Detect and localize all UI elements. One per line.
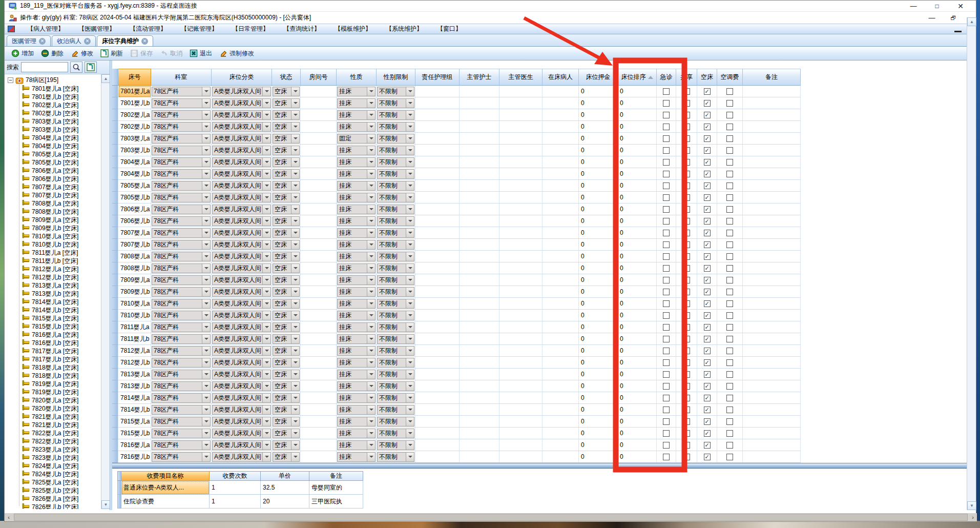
- empty_bed-checkbox-checked[interactable]: ✓: [704, 265, 711, 272]
- tree-item-bed[interactable]: 7820婴儿a [空床]: [5, 396, 110, 404]
- nature-dropdown[interactable]: 挂床: [337, 393, 376, 403]
- empty_bed-checkbox-checked[interactable]: ✓: [704, 395, 711, 401]
- dropdown-button[interactable]: [406, 240, 414, 249]
- dept-dropdown[interactable]: 78区产科: [152, 252, 211, 261]
- dropdown-button[interactable]: [406, 181, 414, 190]
- empty_bed-checkbox-checked[interactable]: ✓: [704, 112, 711, 118]
- bed-cell[interactable]: 7805婴儿b: [118, 192, 151, 204]
- bed-cell[interactable]: 7815婴儿b: [118, 428, 151, 439]
- column-header-shared[interactable]: 共享: [676, 69, 697, 86]
- empty_bed-checkbox-checked[interactable]: ✓: [704, 88, 711, 95]
- emergency-checkbox[interactable]: [663, 124, 670, 130]
- dropdown-button[interactable]: [367, 358, 375, 367]
- dept-dropdown[interactable]: 78区产科: [152, 405, 211, 415]
- 强制修改-button[interactable]: 强制修改: [216, 48, 258, 59]
- status-dropdown[interactable]: 空床: [273, 228, 300, 238]
- dropdown-button[interactable]: [262, 394, 270, 402]
- bed-cell[interactable]: 7802婴儿a: [118, 109, 151, 121]
- menu-item-3[interactable]: 【记账管理】: [174, 25, 225, 33]
- tree-scrollbar[interactable]: ▲ ▼: [101, 74, 110, 509]
- tree-item-bed[interactable]: 7815婴儿a [空床]: [5, 314, 110, 322]
- dropdown-button[interactable]: [202, 123, 210, 131]
- column-header-inbed_patient[interactable]: 在床病人: [543, 69, 579, 86]
- dropdown-button[interactable]: [406, 382, 414, 391]
- emergency-checkbox[interactable]: [663, 371, 670, 378]
- dropdown-button[interactable]: [367, 311, 375, 320]
- dept-dropdown[interactable]: 78区产科: [152, 440, 211, 450]
- dropdown-button[interactable]: [262, 123, 270, 131]
- minimize-icon[interactable]: —: [909, 2, 918, 10]
- dropdown-button[interactable]: [406, 453, 414, 461]
- dropdown-button[interactable]: [202, 382, 210, 391]
- tree-item-bed[interactable]: 7818婴儿b [空床]: [5, 372, 110, 380]
- bed-cell[interactable]: 7809婴儿b: [118, 286, 151, 298]
- empty_bed-checkbox-checked[interactable]: ✓: [704, 241, 711, 248]
- ac_fee-checkbox[interactable]: [726, 112, 733, 118]
- emergency-checkbox[interactable]: [663, 442, 670, 449]
- dropdown-button[interactable]: [291, 429, 299, 438]
- nature-dropdown[interactable]: 挂床: [337, 228, 376, 238]
- tree-item-bed[interactable]: 7808婴儿b [空床]: [5, 208, 110, 216]
- shared-checkbox[interactable]: [683, 124, 690, 130]
- nature-dropdown[interactable]: 挂床: [337, 181, 376, 191]
- status-dropdown[interactable]: 空床: [273, 299, 300, 309]
- bed_class-dropdown[interactable]: A类婴儿床双人间: [212, 240, 271, 250]
- dropdown-button[interactable]: [406, 288, 414, 296]
- nature-dropdown[interactable]: 挂床: [337, 98, 376, 108]
- row-indicator[interactable]: [112, 369, 118, 380]
- dept-dropdown[interactable]: 78区产科: [152, 299, 211, 309]
- dropdown-button[interactable]: [367, 146, 375, 155]
- dropdown-button[interactable]: [202, 264, 210, 273]
- bed_class-dropdown[interactable]: A类婴儿床双人间: [212, 98, 271, 108]
- tree-item-bed[interactable]: 7813婴儿a [空床]: [5, 281, 110, 290]
- nature-dropdown[interactable]: 挂床: [337, 417, 376, 427]
- dropdown-button[interactable]: [291, 111, 299, 119]
- bed_class-dropdown[interactable]: A类婴儿床双人间: [212, 110, 271, 120]
- bed_class-dropdown[interactable]: A类婴儿床双人间: [212, 405, 271, 415]
- dropdown-button[interactable]: [262, 276, 270, 285]
- emergency-checkbox[interactable]: [663, 253, 670, 260]
- bed_class-dropdown[interactable]: A类婴儿床双人间: [212, 263, 271, 273]
- emergency-checkbox[interactable]: [663, 300, 670, 307]
- 刷新-button[interactable]: 刷新: [97, 48, 127, 59]
- dept-dropdown[interactable]: 78区产科: [152, 240, 211, 250]
- scroll-up-icon[interactable]: ▲: [967, 17, 976, 26]
- dropdown-button[interactable]: [291, 217, 299, 226]
- gender_limit-dropdown[interactable]: 不限制: [377, 322, 414, 332]
- nature-dropdown[interactable]: 挂床: [337, 169, 376, 179]
- row-indicator[interactable]: [112, 227, 118, 239]
- dropdown-button[interactable]: [262, 429, 270, 438]
- dropdown-button[interactable]: [406, 299, 414, 308]
- bed_class-dropdown[interactable]: A类婴儿床双人间: [212, 87, 271, 96]
- emergency-checkbox[interactable]: [663, 312, 670, 319]
- dropdown-button[interactable]: [202, 99, 210, 108]
- dept-dropdown[interactable]: 78区产科: [152, 370, 211, 379]
- empty_bed-checkbox-checked[interactable]: ✓: [704, 348, 711, 354]
- row-indicator[interactable]: [112, 451, 118, 463]
- gender_limit-dropdown[interactable]: 不限制: [377, 311, 414, 320]
- status-dropdown[interactable]: 空床: [273, 252, 300, 261]
- tab-close-icon[interactable]: ✕: [141, 38, 148, 45]
- row-indicator[interactable]: [112, 262, 118, 274]
- emergency-checkbox[interactable]: [663, 324, 670, 331]
- bed-cell[interactable]: 7804婴儿b: [118, 168, 151, 180]
- tree-item-bed[interactable]: 7826婴儿a [空床]: [5, 495, 110, 503]
- bed_class-dropdown[interactable]: A类婴儿床双人间: [212, 146, 271, 155]
- empty_bed-checkbox-checked[interactable]: ✓: [704, 182, 711, 189]
- status-dropdown[interactable]: 空床: [273, 263, 300, 273]
- empty_bed-checkbox-checked[interactable]: ✓: [704, 171, 711, 177]
- menu-item-2[interactable]: 【流动管理】: [122, 25, 174, 33]
- dropdown-button[interactable]: [291, 358, 299, 367]
- bed_class-dropdown[interactable]: A类婴儿床双人间: [212, 275, 271, 285]
- status-dropdown[interactable]: 空床: [273, 110, 300, 120]
- shared-checkbox[interactable]: [683, 300, 690, 307]
- dropdown-button[interactable]: [291, 264, 299, 273]
- dept-dropdown[interactable]: 78区产科: [152, 228, 211, 238]
- dropdown-button[interactable]: [367, 382, 375, 391]
- menu-item-8[interactable]: 【窗口】: [430, 25, 469, 33]
- emergency-checkbox[interactable]: [663, 407, 670, 413]
- tree-item-bed[interactable]: 7818婴儿a [空床]: [5, 363, 110, 372]
- bed_class-dropdown[interactable]: A类婴儿床双人间: [212, 228, 271, 238]
- shared-checkbox[interactable]: [683, 112, 690, 118]
- status-dropdown[interactable]: 空床: [273, 334, 300, 344]
